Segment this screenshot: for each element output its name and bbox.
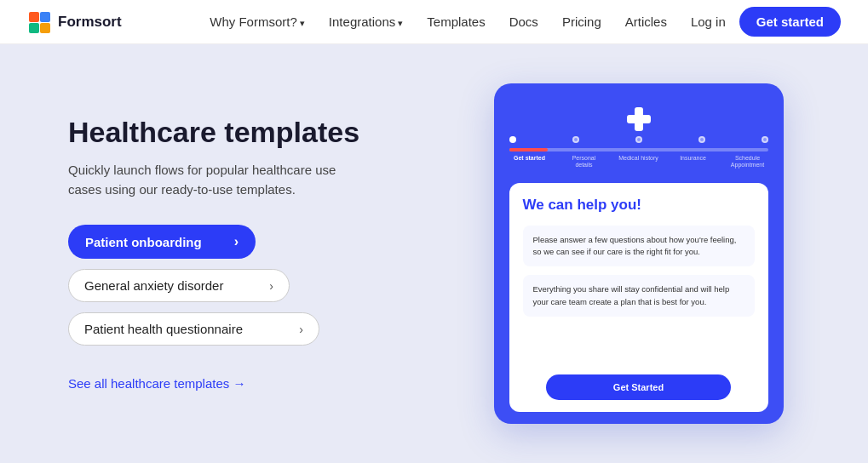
progress-dots [509, 136, 768, 143]
card-block-1: Please answer a few questions about how … [523, 226, 755, 267]
patient-onboarding-label: Patient onboarding [85, 235, 202, 249]
phone-mockup: Get started Personal details Medical his… [494, 83, 784, 424]
arrow-icon-2: › [269, 279, 273, 293]
step-label-4: Insurance [673, 155, 714, 169]
patient-health-label: Patient health questionnaire [84, 322, 243, 336]
page-subtitle: Quickly launch flows for popular healthc… [68, 161, 358, 199]
dot-2 [572, 136, 579, 143]
dot-4 [698, 136, 705, 143]
arrow-icon: › [234, 234, 239, 249]
general-anxiety-button[interactable]: General anxiety disorder › [68, 269, 290, 302]
dot-5 [762, 136, 768, 143]
health-cross-icon [624, 104, 654, 138]
svg-rect-1 [40, 12, 50, 22]
card-cta-button[interactable]: Get Started [546, 374, 732, 400]
navbar: Formsort Why Formsort? Integrations Temp… [0, 0, 868, 44]
nav-templates[interactable]: Templates [427, 14, 485, 29]
general-anxiety-label: General anxiety disorder [84, 278, 223, 293]
page-title: Healthcare templates [68, 116, 426, 149]
progress-labels: Get started Personal details Medical his… [509, 155, 768, 169]
main-content: Healthcare templates Quickly launch flow… [0, 44, 868, 463]
progress-track [509, 148, 768, 151]
card-text-2: Everything you share will stay confident… [533, 283, 744, 308]
nav-pricing[interactable]: Pricing [562, 14, 601, 29]
logo-text: Formsort [58, 14, 122, 31]
arrow-icon-3: › [299, 323, 303, 336]
svg-rect-2 [29, 23, 39, 33]
card-title: We can help you! [523, 197, 755, 214]
patient-onboarding-button[interactable]: Patient onboarding › [68, 225, 256, 259]
step-label-1: Get started [509, 155, 550, 169]
svg-rect-0 [29, 12, 39, 22]
right-panel: Get started Personal details Medical his… [477, 83, 800, 424]
nav-actions: Log in Get started [691, 7, 841, 37]
card-text-1: Please answer a few questions about how … [533, 234, 744, 259]
left-panel: Healthcare templates Quickly launch flow… [68, 116, 426, 392]
nav-articles[interactable]: Articles [625, 14, 667, 29]
mockup-card: We can help you! Please answer a few que… [509, 183, 768, 412]
nav-why-formsort[interactable]: Why Formsort? [210, 14, 305, 29]
nav-integrations[interactable]: Integrations [329, 14, 403, 29]
dot-1 [509, 136, 516, 143]
step-label-2: Personal details [564, 155, 605, 169]
template-buttons: Patient onboarding › General anxiety dis… [68, 225, 426, 346]
get-started-button[interactable]: Get started [739, 7, 841, 37]
patient-health-button[interactable]: Patient health questionnaire › [68, 312, 319, 346]
progress-fill [509, 148, 549, 151]
formsort-logo-icon [27, 10, 51, 34]
step-label-5: Schedule Appointment [727, 155, 768, 169]
logo[interactable]: Formsort [27, 10, 122, 34]
see-all-link[interactable]: See all healthcare templates [68, 376, 245, 391]
svg-rect-5 [627, 115, 651, 123]
dot-3 [635, 136, 642, 143]
login-button[interactable]: Log in [691, 14, 726, 29]
nav-links: Why Formsort? Integrations Templates Doc… [210, 14, 667, 30]
step-label-3: Medical history [618, 155, 659, 169]
svg-rect-3 [40, 23, 50, 33]
nav-docs[interactable]: Docs [509, 14, 538, 29]
progress-bar-container: Get started Personal details Medical his… [509, 148, 768, 178]
card-block-2: Everything you share will stay confident… [523, 275, 755, 317]
